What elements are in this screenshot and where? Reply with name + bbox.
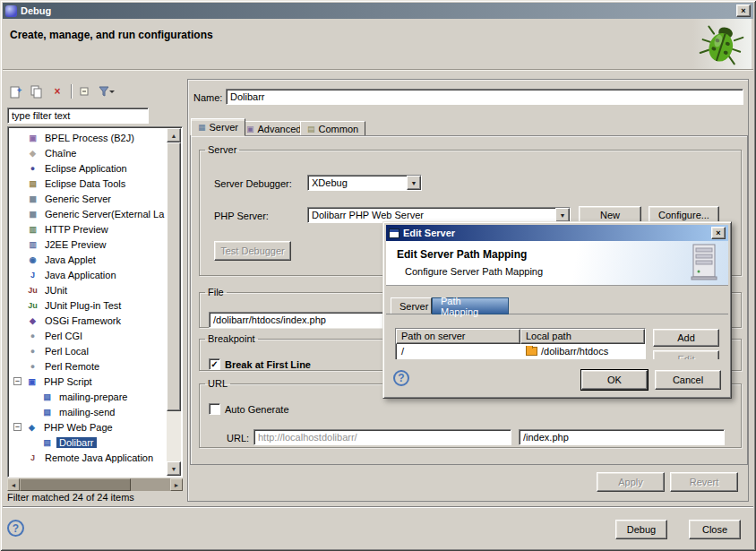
url-path-input[interactable]	[519, 429, 725, 445]
add-mapping-button[interactable]: Add	[653, 329, 719, 347]
name-input[interactable]	[226, 89, 743, 105]
local-path-cell[interactable]: /dolibarr/htdocs	[520, 346, 645, 357]
tab-common[interactable]: ▤ Common	[300, 121, 365, 136]
chevron-down-icon[interactable]: ▼	[407, 176, 421, 190]
tree-item-label: mailing-prepare	[56, 392, 130, 402]
scroll-down-icon[interactable]: ▼	[167, 461, 181, 476]
window-close-button[interactable]: ×	[736, 4, 751, 17]
common-tab-icon: ▤	[307, 125, 315, 133]
duplicate-config-icon[interactable]	[28, 82, 46, 100]
horizontal-scrollbar[interactable]: ◄ ►	[7, 478, 183, 491]
apply-button: Apply	[597, 472, 665, 492]
osgi-icon: ◆	[26, 316, 39, 325]
bug-icon	[692, 19, 752, 69]
tree-item-label: Perl CGI	[42, 331, 85, 341]
tree-item-cha-ne[interactable]: ◆Chaîne	[10, 145, 166, 160]
tree-item-j2ee-preview[interactable]: ▥J2EE Preview	[10, 237, 166, 252]
collapse-all-icon[interactable]	[77, 82, 95, 100]
name-label: Name:	[193, 92, 222, 103]
tree-item-php-web-page[interactable]: −◈PHP Web Page	[10, 419, 166, 435]
auto-generate-label: Auto Generate	[225, 404, 289, 415]
generic-server-icon: ▦	[26, 210, 39, 219]
php-file-icon: ▤	[40, 438, 54, 447]
scroll-up-icon[interactable]: ▲	[167, 128, 181, 142]
tab-advanced[interactable]: ▣ Advanced	[239, 121, 308, 136]
dialog-tab-server[interactable]: Server	[391, 297, 432, 314]
scroll-right-icon[interactable]: ►	[170, 478, 183, 491]
eclipse-debug-icon[interactable]	[5, 5, 17, 17]
tree-item-java-application[interactable]: JJava Application	[10, 267, 166, 282]
path-mapping-table: Path on server Local path //dolibarr/htd…	[395, 328, 646, 360]
tree-item-junit[interactable]: JuJUnit	[10, 282, 166, 297]
junit-icon: Ju	[26, 286, 39, 295]
tree-item-generic-server[interactable]: ▦Generic Server	[10, 191, 166, 206]
delete-config-icon[interactable]: ×	[48, 82, 66, 100]
tree-item-eclipse-application[interactable]: ●Eclipse Application	[10, 160, 166, 176]
debug-button[interactable]: Debug	[615, 520, 667, 539]
tree-item-label: Java Applet	[42, 254, 99, 265]
bpel-icon: ▣	[26, 133, 39, 142]
filter-menu-icon[interactable]	[98, 82, 116, 100]
chevron-down-icon[interactable]: ▼	[555, 208, 570, 222]
dialog-help-icon[interactable]: ?	[393, 370, 409, 386]
path-on-server-cell[interactable]: /	[396, 346, 520, 357]
tree-item-java-applet[interactable]: ◉Java Applet	[10, 252, 166, 267]
vertical-scroll-thumb[interactable]	[167, 142, 181, 411]
edit-server-dialog: Edit Server × Edit Server Path Mapping C…	[382, 221, 732, 399]
mapping-row[interactable]: //dolibarr/htdocs	[396, 344, 645, 358]
toolbar-separator	[71, 84, 73, 99]
scroll-left-icon[interactable]: ◄	[7, 478, 20, 491]
tree-item-osgi-framework[interactable]: ◆OSGi Framework	[10, 313, 166, 328]
dialog-header: Edit Server Path Mapping Configure Serve…	[386, 241, 728, 286]
java-applet-icon: ◉	[26, 255, 39, 264]
tree-item-mailing-send[interactable]: ▤mailing-send	[10, 404, 166, 419]
tree-item-perl-local[interactable]: ●Perl Local	[10, 343, 166, 358]
ok-button[interactable]: OK	[581, 370, 648, 390]
chain-icon: ◆	[26, 149, 39, 158]
http-preview-icon: ▥	[26, 225, 39, 234]
tree-item-perl-remote[interactable]: ●Perl Remote	[10, 358, 166, 374]
tree-item-perl-cgi[interactable]: ●Perl CGI	[10, 328, 166, 343]
vertical-scrollbar[interactable]: ▲ ▼	[167, 128, 181, 476]
tree-item-dolibarr[interactable]: ▤Dolibarr	[10, 435, 166, 450]
collapse-expander-icon[interactable]: −	[13, 377, 21, 385]
titlebar: Debug ×	[3, 3, 753, 19]
filter-status: Filter matched 24 of 24 items	[7, 492, 134, 503]
config-toolbar: + ×	[7, 82, 116, 101]
tree-item-php-script[interactable]: −▣PHP Script	[10, 374, 166, 389]
server-debugger-select[interactable]: XDebug ▼	[307, 175, 422, 191]
tree-item-label: OSGi Framework	[42, 315, 124, 326]
tree-item-junit-plug-in-test[interactable]: JuJUnit Plug-in Test	[10, 297, 166, 313]
horizontal-scroll-thumb[interactable]	[20, 478, 131, 491]
collapse-expander-icon[interactable]: −	[13, 423, 21, 431]
php-script-icon: ▣	[25, 377, 39, 386]
tree-item-eclipse-data-tools[interactable]: ▤Eclipse Data Tools	[10, 176, 166, 191]
auto-generate-checkbox[interactable]	[209, 403, 220, 415]
server-debugger-label: Server Debugger:	[214, 178, 292, 189]
break-first-line-checkbox[interactable]	[209, 358, 220, 370]
local-path-header[interactable]: Local path	[520, 329, 645, 344]
tree-item-label: PHP Script	[41, 376, 95, 387]
filter-input[interactable]	[7, 108, 149, 124]
dialog-close-button[interactable]: ×	[711, 227, 726, 239]
tree-item-generic-server-external-la[interactable]: ▦Generic Server(External La	[10, 206, 166, 221]
tree-item-label: HTTP Preview	[42, 224, 111, 235]
close-button[interactable]: Close	[689, 520, 741, 539]
path-on-server-header[interactable]: Path on server	[396, 329, 520, 344]
tree-item-http-preview[interactable]: ▥HTTP Preview	[10, 221, 166, 237]
tree-item-label: Perl Remote	[42, 361, 102, 372]
tab-server[interactable]: ▦ Server	[191, 118, 245, 136]
tree-item-bpel-process-b2j[interactable]: ▣BPEL Process (B2J)	[10, 130, 166, 145]
new-launch-config-icon[interactable]: +	[7, 82, 25, 100]
help-icon[interactable]: ?	[7, 520, 24, 537]
remote-java-icon: J	[26, 453, 39, 462]
cancel-button[interactable]: Cancel	[655, 370, 721, 390]
revert-button: Revert	[670, 472, 738, 492]
tree-item-label: Eclipse Data Tools	[42, 178, 128, 189]
tree-item-mailing-prepare[interactable]: ▤mailing-prepare	[10, 389, 166, 404]
header-text: Create, manage, and run configurations	[10, 29, 213, 41]
dialog-tab-path-mapping[interactable]: Path Mapping	[432, 297, 509, 314]
tree-item-label: Dolibarr	[56, 437, 97, 448]
tree-item-label: JUnit Plug-in Test	[42, 300, 124, 311]
tree-item-remote-java-application[interactable]: JRemote Java Application	[10, 450, 166, 465]
